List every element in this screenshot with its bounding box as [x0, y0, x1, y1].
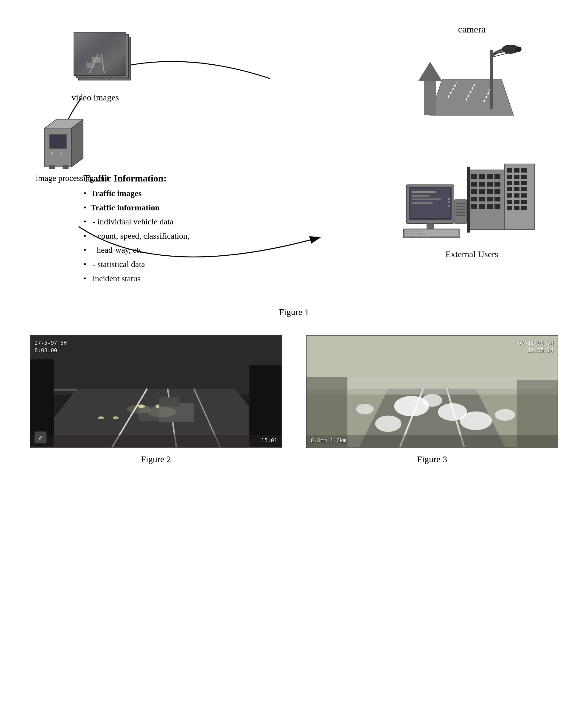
svg-rect-49 — [487, 204, 493, 209]
camera-area: camera — [415, 24, 528, 123]
svg-rect-89 — [415, 231, 417, 232]
list-item: • - statistical data — [83, 257, 256, 271]
svg-point-117 — [112, 416, 119, 419]
figure2-timestamp: 27-5-97 5H 8:03:00 — [35, 339, 67, 354]
svg-rect-34 — [495, 174, 500, 179]
svg-rect-72 — [521, 206, 527, 210]
list-item-text: - statistical data — [90, 257, 145, 271]
svg-rect-77 — [412, 195, 429, 197]
svg-rect-102 — [467, 167, 470, 232]
svg-rect-32 — [479, 174, 485, 179]
figure1-caption: Figure 1 — [24, 307, 564, 317]
svg-rect-111 — [249, 365, 281, 447]
svg-rect-52 — [507, 168, 512, 172]
svg-rect-44 — [479, 197, 485, 202]
list-item: • Traffic images — [83, 186, 256, 201]
svg-rect-24 — [50, 135, 66, 148]
svg-rect-90 — [418, 231, 420, 232]
list-item-text: head-way, etc. — [90, 243, 145, 257]
svg-rect-37 — [487, 182, 493, 187]
list-item-text: - count, speed, classification, — [90, 229, 189, 243]
figure3-bottom-text: 0.0mm 1.0km — [311, 437, 346, 443]
list-item: • Traffic information — [83, 201, 256, 215]
svg-rect-18 — [92, 57, 101, 63]
svg-rect-95 — [417, 233, 426, 234]
figure3-caption: Figure 3 — [417, 454, 447, 464]
ipu-area: image processing unit — [36, 110, 109, 183]
svg-rect-104 — [30, 336, 281, 395]
figure2-caption: Figure 2 — [141, 454, 171, 464]
svg-rect-69 — [521, 200, 527, 204]
svg-rect-63 — [521, 187, 527, 191]
svg-rect-81 — [448, 202, 450, 203]
svg-rect-68 — [514, 200, 520, 204]
svg-rect-38 — [495, 182, 500, 187]
svg-rect-64 — [507, 193, 512, 198]
svg-point-25 — [51, 152, 54, 155]
camera-illustration — [418, 38, 525, 121]
figure1-diagram: camera — [24, 18, 564, 301]
traffic-info-block: Traffic Information: • Traffic images • … — [83, 173, 256, 286]
svg-point-120 — [127, 405, 150, 413]
svg-point-116 — [98, 416, 104, 419]
svg-point-130 — [375, 415, 401, 432]
svg-rect-83 — [426, 224, 434, 229]
svg-rect-50 — [495, 204, 500, 209]
svg-rect-33 — [487, 174, 493, 179]
svg-rect-80 — [448, 198, 450, 200]
list-item-text: incident status — [90, 271, 141, 286]
svg-rect-46 — [495, 197, 500, 202]
svg-rect-67 — [507, 200, 512, 204]
svg-rect-45 — [487, 197, 493, 202]
svg-rect-58 — [507, 181, 512, 185]
figure3-item: 07-11-96 3H 19:55:14 0.0mm 1.0km Figure … — [306, 335, 558, 464]
svg-rect-19 — [86, 63, 95, 68]
svg-point-134 — [495, 409, 515, 421]
svg-rect-31 — [471, 174, 477, 179]
list-item-text: - individual vehicle data — [90, 214, 173, 229]
bullet-icon: • — [83, 243, 89, 257]
svg-rect-47 — [471, 204, 477, 209]
svg-rect-76 — [412, 191, 436, 193]
svg-point-133 — [356, 404, 374, 414]
svg-rect-97 — [456, 203, 465, 204]
list-item-text: Traffic information — [90, 201, 160, 215]
svg-rect-82 — [448, 205, 450, 207]
traffic-info-list: • Traffic images • Traffic information •… — [83, 186, 256, 286]
figure3-image: 07-11-96 3H 19:55:14 0.0mm 1.0km — [306, 335, 558, 448]
svg-rect-100 — [456, 211, 465, 213]
svg-rect-40 — [479, 189, 485, 194]
figure2-arrow-icon: ↙ — [35, 432, 46, 443]
svg-rect-70 — [507, 206, 512, 210]
svg-rect-28 — [49, 165, 55, 169]
svg-point-27 — [60, 152, 63, 155]
svg-rect-60 — [521, 181, 527, 185]
svg-rect-78 — [412, 199, 441, 200]
ipu-illustration — [36, 110, 83, 170]
svg-rect-5 — [490, 50, 493, 109]
svg-rect-71 — [514, 206, 520, 210]
svg-rect-65 — [514, 193, 520, 198]
svg-rect-59 — [514, 181, 520, 185]
svg-rect-86 — [406, 231, 408, 232]
svg-marker-1 — [430, 80, 513, 115]
list-item: • - individual vehicle data — [83, 214, 256, 229]
svg-rect-53 — [514, 168, 520, 172]
svg-point-121 — [147, 407, 176, 417]
svg-rect-29 — [63, 165, 68, 169]
svg-rect-56 — [514, 174, 520, 179]
svg-rect-61 — [507, 187, 512, 191]
traffic-info-title: Traffic Information: — [83, 173, 256, 184]
svg-rect-119 — [159, 397, 179, 406]
svg-rect-10 — [424, 80, 436, 115]
bullet-icon: • — [83, 186, 89, 201]
bullet-icon: • — [83, 201, 89, 215]
list-item: • - count, speed, classification, — [83, 229, 256, 243]
external-users-illustration — [400, 161, 543, 244]
svg-rect-91 — [421, 231, 423, 232]
svg-rect-98 — [456, 206, 465, 207]
svg-point-7 — [517, 47, 521, 51]
svg-point-132 — [422, 394, 442, 407]
figures-row: 27-5-97 5H 8:03:00 15:01 ↙ Figure 2 — [24, 335, 564, 464]
bullet-icon: • — [83, 257, 89, 271]
